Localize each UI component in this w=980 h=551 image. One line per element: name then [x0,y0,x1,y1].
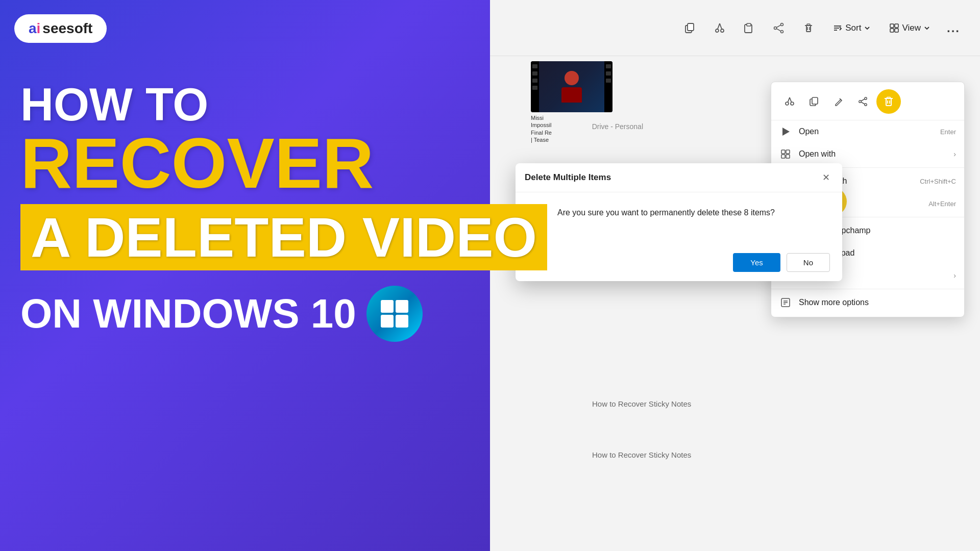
view-button[interactable]: View [883,19,937,37]
ctx-cut-btn[interactable] [778,90,801,113]
ctx-share-btn[interactable] [852,90,874,113]
ctx-item-open[interactable]: Open Enter [771,120,964,143]
svg-rect-27 [895,29,898,32]
sort-label: Sort [845,23,861,33]
svg-rect-40 [886,98,891,106]
svg-rect-2 [381,315,394,328]
explorer-area: Sort View ... Drive - Personal Documents [490,0,980,551]
toolbar-share-btn[interactable] [767,16,791,40]
toolbar-cut-btn[interactable] [707,16,732,40]
explorer-toolbar: Sort View ... [490,0,980,56]
svg-rect-45 [781,150,785,154]
ctx-open-with-icon [779,148,792,160]
view-label: View [902,23,921,33]
svg-rect-0 [381,300,394,313]
dialog-message: Are you sure you want to permanently del… [557,207,775,219]
svg-rect-46 [786,150,790,154]
svg-line-39 [861,102,865,104]
svg-point-6 [716,29,719,32]
svg-marker-44 [782,128,790,136]
svg-rect-17 [806,26,811,32]
logo: ai seesoft [14,14,107,43]
ctx-more-options-icon [779,296,792,309]
dialog-footer: Yes No [516,246,842,281]
svg-rect-48 [786,155,790,158]
svg-point-7 [721,29,724,32]
svg-point-14 [774,27,777,29]
svg-rect-5 [688,23,694,31]
logo-text-brand: seesoft [42,20,92,37]
dialog-yes-button[interactable]: Yes [733,253,780,272]
svg-rect-24 [890,24,894,28]
hero-line2: RECOVER [20,128,547,199]
ctx-item-open-with[interactable]: Open with › [771,143,964,165]
delete-dialog: Delete Multiple Items ✕ ⚠ Are you sure y… [516,163,842,281]
svg-point-37 [859,101,861,103]
hero-line1: HOW TO [20,82,547,128]
svg-rect-11 [747,23,751,26]
toolbar-paste-btn[interactable] [737,16,762,40]
hero-line3: A DELETED VIDEO [31,209,537,265]
sticky-note-link-2[interactable]: How to Recover Sticky Notes [592,450,691,459]
svg-point-36 [865,104,867,106]
svg-point-35 [865,97,867,99]
sort-button[interactable]: Sort [826,19,877,37]
more-icon: ... [947,21,960,35]
svg-line-30 [788,97,790,103]
ctx-delete-btn[interactable] [876,89,901,114]
dialog-body: ⚠ Are you sure you want to permanently d… [516,192,842,246]
svg-rect-26 [890,29,894,32]
toolbar-delete-btn[interactable] [796,16,821,40]
svg-line-31 [790,97,792,103]
svg-rect-43 [887,97,891,99]
ctx-open-shortcut: Enter [940,128,956,136]
ctx-open-with-arrow: › [953,150,956,158]
ctx-winrar-arrow: › [953,271,956,280]
windows-logo [366,286,423,342]
ctx-divider-3 [771,289,964,289]
toolbar-copy-btn[interactable] [678,16,702,40]
hero-windows-row: ON WINDOWS 10 [20,286,547,342]
more-button[interactable]: ... [942,17,965,39]
svg-rect-1 [396,300,408,313]
ctx-open-label: Open [799,127,819,136]
svg-rect-47 [781,155,785,158]
svg-point-13 [781,30,783,33]
svg-line-9 [720,23,722,30]
ctx-open-icon [779,126,792,138]
svg-rect-25 [895,24,898,28]
svg-line-16 [777,29,781,31]
ctx-open-with-label: Open with [799,149,836,159]
hero-section: HOW TO RECOVER A DELETED VIDEO ON WINDOW… [20,82,547,342]
svg-line-15 [777,25,781,28]
ctx-copy-path-shortcut: Ctrl+Shift+C [920,178,956,185]
ctx-more-options-label: Show more options [799,298,869,307]
ctx-rename-btn[interactable] [827,90,850,113]
sticky-note-link-1[interactable]: How to Recover Sticky Notes [592,399,691,408]
svg-point-12 [781,23,783,26]
logo-text-ai: ai [29,20,40,37]
ctx-menu-toolbar [771,85,964,120]
dialog-titlebar: Delete Multiple Items ✕ [516,163,842,192]
svg-line-8 [718,23,720,30]
svg-line-38 [861,99,865,101]
hero-line4: ON WINDOWS 10 [20,293,356,334]
ctx-item-more-options[interactable]: Show more options [771,291,964,314]
svg-rect-33 [812,97,818,104]
svg-rect-20 [807,24,810,26]
svg-rect-3 [396,315,408,328]
hero-deleted-banner: A DELETED VIDEO [20,204,547,270]
ctx-properties-shortcut: Alt+Enter [928,200,956,208]
dialog-close-button[interactable]: ✕ [819,170,833,185]
ctx-copy-btn[interactable] [803,90,825,113]
dialog-no-button[interactable]: No [787,253,830,272]
